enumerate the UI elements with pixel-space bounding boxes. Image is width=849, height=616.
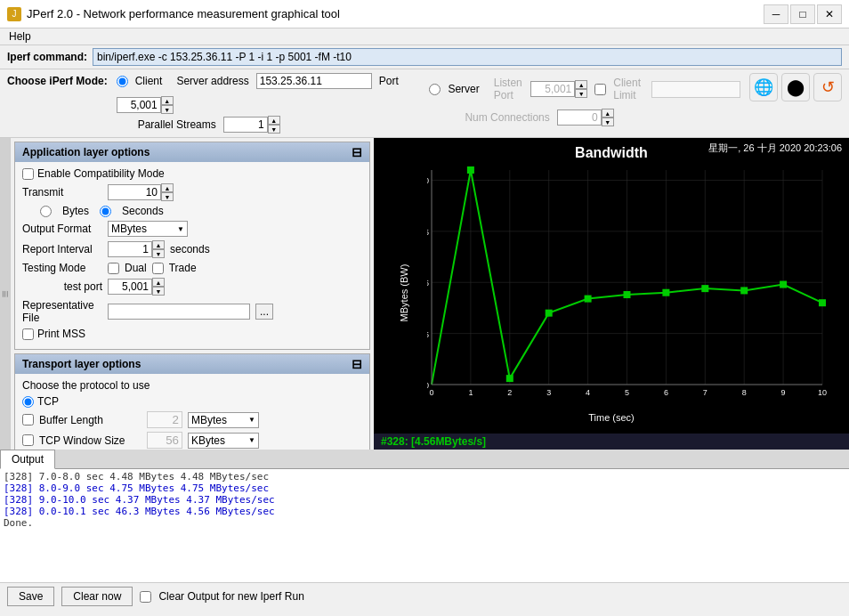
app-layer-header[interactable]: Application layer options ⊟ — [15, 142, 369, 162]
clear-now-button[interactable]: Clear now — [61, 587, 133, 606]
listen-port-spinner-btns[interactable]: ▲ ▼ — [575, 80, 587, 98]
svg-text:9: 9 — [781, 388, 786, 397]
protocol-label: Choose the protocol to use — [22, 379, 150, 392]
left-scroll-handle[interactable]: ≡ — [0, 138, 11, 450]
report-interval-spinner-btns[interactable]: ▲ ▼ — [152, 240, 165, 258]
server-radio[interactable] — [429, 84, 441, 95]
svg-text:10: 10 — [427, 176, 429, 185]
parallel-streams-spinner-btns[interactable]: ▲ ▼ — [268, 116, 280, 134]
buffer-length-checkbox[interactable] — [22, 414, 34, 426]
print-mss-checkbox[interactable] — [22, 328, 34, 340]
seconds-radio[interactable] — [100, 206, 111, 217]
port-input[interactable] — [117, 97, 161, 113]
svg-text:3: 3 — [546, 388, 551, 397]
browse-button[interactable]: ... — [255, 304, 273, 320]
tcp-radio[interactable] — [22, 396, 34, 408]
test-port-input[interactable] — [108, 279, 152, 295]
port-down-btn[interactable]: ▼ — [161, 105, 174, 114]
svg-rect-41 — [819, 299, 826, 306]
num-conn-down-btn[interactable]: ▼ — [602, 118, 614, 126]
tcp-window-unit-dropdown[interactable]: KBytes ▼ — [188, 433, 259, 449]
test-port-up-btn[interactable]: ▲ — [152, 278, 165, 287]
bytes-radio[interactable] — [40, 206, 52, 217]
output-format-dropdown[interactable]: MBytes ▼ — [108, 221, 188, 237]
report-interval-down-btn[interactable]: ▼ — [152, 249, 165, 258]
client-limit-checkbox[interactable] — [594, 84, 606, 95]
maximize-button[interactable]: □ — [790, 4, 815, 24]
parallel-down-btn[interactable]: ▼ — [268, 125, 280, 134]
num-connections-spinner-btns[interactable]: ▲ ▼ — [602, 109, 614, 126]
parallel-up-btn[interactable]: ▲ — [268, 116, 280, 125]
test-port-spinner[interactable]: ▲ ▼ — [108, 278, 165, 296]
report-interval-spinner[interactable]: ▲ ▼ — [108, 240, 165, 258]
stop-button[interactable]: ⬤ — [781, 73, 810, 101]
close-button[interactable]: ✕ — [817, 4, 842, 24]
port-spinner-btns[interactable]: ▲ ▼ — [161, 96, 174, 114]
chart-container: MBytes (BW) Time (sec) 02.557.5100123456… — [374, 161, 849, 425]
server-label: Server — [448, 83, 479, 95]
transport-layer-section: Transport layer options ⊟ Choose the pro… — [14, 353, 370, 450]
tcp-window-input[interactable] — [147, 432, 182, 449]
output-line: [328] 9.0-10.0 sec 4.37 MBytes 4.37 MByt… — [4, 494, 845, 506]
connect-button[interactable]: 🌐 — [749, 73, 778, 101]
left-panel: Application layer options ⊟ Enable Compa… — [11, 138, 374, 450]
tcp-window-checkbox[interactable] — [22, 434, 34, 446]
iperf-command-label: Iperf command: — [7, 51, 87, 63]
mode-label: Choose iPerf Mode: — [7, 73, 108, 87]
port-up-btn[interactable]: ▲ — [161, 96, 174, 105]
parallel-streams-input[interactable] — [223, 117, 268, 133]
trade-checkbox[interactable] — [152, 263, 164, 274]
app-layer-section: Application layer options ⊟ Enable Compa… — [14, 142, 370, 350]
test-port-spinner-btns[interactable]: ▲ ▼ — [152, 278, 165, 296]
num-connections-input[interactable] — [557, 109, 602, 126]
title-bar: J JPerf 2.0 - Network performance measur… — [0, 0, 849, 28]
transmit-up-btn[interactable]: ▲ — [161, 183, 174, 192]
buffer-length-unit: MBytes — [191, 414, 227, 426]
report-interval-input[interactable] — [108, 241, 152, 257]
transmit-spinner-btns[interactable]: ▲ ▼ — [161, 183, 174, 201]
listen-port-spinner[interactable]: ▲ ▼ — [530, 80, 587, 98]
transmit-spinner[interactable]: ▲ ▼ — [108, 183, 174, 201]
clear-output-checkbox[interactable] — [140, 591, 151, 603]
output-tab[interactable]: Output — [0, 450, 55, 469]
restart-button[interactable]: ↺ — [813, 73, 842, 101]
transmit-input[interactable] — [108, 184, 161, 200]
listen-down-btn[interactable]: ▼ — [575, 89, 587, 98]
print-mss-label: Print MSS — [37, 328, 85, 340]
compat-mode-checkbox[interactable] — [22, 168, 34, 180]
listen-up-btn[interactable]: ▲ — [575, 80, 587, 89]
transport-layer-collapse-icon[interactable]: ⊟ — [352, 357, 362, 371]
chart-datetime: 星期一, 26 十月 2020 20:23:06 — [708, 142, 842, 155]
unit-row: Bytes Seconds — [40, 205, 362, 217]
title-bar-controls: ─ □ ✕ — [764, 4, 842, 24]
buffer-length-unit-dropdown[interactable]: MBytes ▼ — [188, 412, 259, 428]
buffer-length-input[interactable] — [147, 411, 182, 428]
num-conn-up-btn[interactable]: ▲ — [602, 109, 614, 118]
num-connections-spinner[interactable]: ▲ ▼ — [557, 109, 614, 126]
listen-port-input[interactable] — [530, 81, 575, 97]
transmit-down-btn[interactable]: ▼ — [161, 192, 174, 201]
transport-layer-header[interactable]: Transport layer options ⊟ — [15, 354, 369, 374]
test-port-down-btn[interactable]: ▼ — [152, 287, 165, 296]
help-menu[interactable]: Help — [4, 28, 36, 45]
tcp-window-arrow-icon: ▼ — [248, 436, 255, 444]
client-limit-input[interactable] — [651, 81, 740, 98]
transport-layer-title: Transport layer options — [22, 358, 141, 370]
parallel-streams-spinner[interactable]: ▲ ▼ — [223, 116, 280, 134]
port-spinner[interactable]: ▲ ▼ — [117, 96, 174, 114]
svg-rect-38 — [701, 285, 708, 292]
output-tabs: Output — [0, 450, 849, 469]
server-address-input[interactable] — [256, 73, 372, 89]
svg-rect-39 — [740, 287, 748, 294]
rep-file-input[interactable] — [108, 304, 250, 320]
iperf-command-input[interactable] — [93, 48, 842, 66]
app-layer-collapse-icon[interactable]: ⊟ — [352, 145, 362, 159]
svg-rect-34 — [546, 310, 553, 317]
dropdown-arrow-icon: ▼ — [177, 225, 184, 233]
client-radio[interactable] — [117, 76, 128, 87]
svg-text:4: 4 — [586, 388, 590, 397]
dual-checkbox[interactable] — [108, 263, 119, 274]
report-interval-up-btn[interactable]: ▲ — [152, 240, 165, 249]
save-button[interactable]: Save — [7, 587, 54, 606]
minimize-button[interactable]: ─ — [764, 4, 788, 24]
